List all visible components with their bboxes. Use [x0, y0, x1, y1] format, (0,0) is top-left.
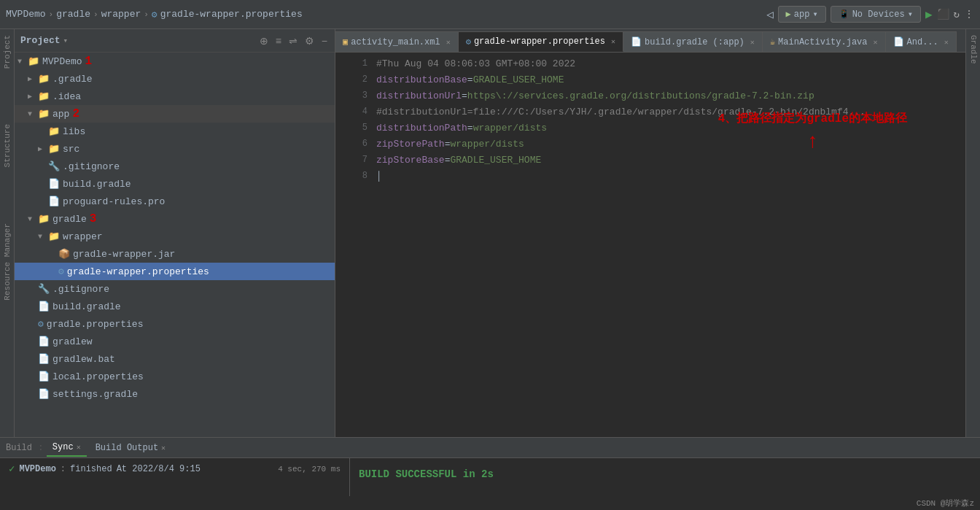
run-icon[interactable]: ▶ — [925, 7, 933, 22]
panel-dropdown-icon[interactable]: ▾ — [63, 36, 69, 45]
tree-label: MVPDemo — [42, 56, 82, 67]
gradle-right-label[interactable]: Gradle — [969, 35, 978, 64]
bottom-panel: Build : Sync ✕ Build Output ✕ ✓ MVPDemo … — [0, 437, 980, 510]
close-panel-btn[interactable]: − — [320, 34, 329, 48]
file-tree: ▼ 📁 MVPDemo 1 ▶ 📁 .gradle ▶ 📁 .idea — [15, 53, 335, 437]
tab-close-4[interactable]: ✕ — [944, 38, 949, 47]
status-project: MVPDemo — [19, 464, 55, 474]
tree-label: gradle-wrapper.properties — [67, 266, 209, 277]
bottom-tabs: Build : Sync ✕ Build Output ✕ — [0, 438, 980, 458]
breadcrumb-mvpdemo[interactable]: MVPDemo — [6, 9, 46, 20]
tree-item-gradle-dir[interactable]: ▼ 📁 gradle 3 — [15, 210, 335, 228]
expand-arrow: ▼ — [38, 233, 48, 241]
breadcrumb-gradle[interactable]: gradle — [56, 9, 90, 20]
bottom-tab-sync[interactable]: Sync ✕ — [47, 439, 87, 457]
right-sidebar: Gradle — [965, 29, 980, 437]
collapse-all-btn[interactable]: ≡ — [274, 34, 283, 48]
left-sidebar: Project Structure Resource Manager — [0, 29, 15, 437]
gradle-tab-icon: 📄 — [631, 36, 642, 47]
tab-mainactivity[interactable]: ☕ MainActivity.java ✕ — [763, 31, 886, 52]
panel-title: Project ▾ — [20, 35, 68, 46]
back-icon[interactable]: ◁ — [766, 7, 774, 22]
xml-icon: ▣ — [343, 36, 348, 47]
tree-item-gitignore-app[interactable]: 🔧 .gitignore — [15, 158, 335, 175]
more-icon[interactable]: ⋮ — [964, 8, 974, 20]
tab-close-1[interactable]: ✕ — [611, 37, 615, 46]
sync-icon[interactable]: ↻ — [954, 8, 960, 20]
folder-icon: 📁 — [48, 143, 60, 155]
sync-tab-close[interactable]: ✕ — [77, 443, 81, 452]
code-line-5: 5 distributionPath=wrapper/dists — [335, 120, 965, 136]
tree-item-build-gradle-app[interactable]: 📄 build.gradle — [15, 175, 335, 193]
bat-icon: 📄 — [38, 353, 50, 365]
tab-other[interactable]: 📄 And... ✕ — [886, 31, 957, 52]
settings-btn[interactable]: ⚙ — [303, 34, 316, 48]
structure-sidebar-label[interactable]: Structure — [3, 121, 12, 170]
tree-item-proguard[interactable]: 📄 proguard-rules.pro — [15, 193, 335, 210]
tree-item-idea[interactable]: ▶ 📁 .idea — [15, 88, 335, 105]
tab-build-gradle-app[interactable]: 📄 build.gradle (:app) ✕ — [623, 31, 763, 52]
tree-label: local.properties — [52, 371, 144, 382]
jar-icon: 📦 — [58, 248, 70, 260]
tree-item-gradlew-bat[interactable]: 📄 gradlew.bat — [15, 350, 335, 368]
expand-arrow: ▼ — [18, 58, 28, 66]
device-icon: 📱 — [839, 9, 849, 20]
java-tab-icon: ☕ — [770, 36, 775, 47]
tree-item-mvpdemo[interactable]: ▼ 📁 MVPDemo 1 — [15, 53, 335, 70]
debug-icon[interactable]: ⬛ — [937, 8, 949, 20]
tree-item-app[interactable]: ▼ 📁 app 2 — [15, 105, 335, 123]
tree-item-wrapper-props[interactable]: ⚙ gradle-wrapper.properties — [15, 263, 335, 280]
code-line-1: 1 #Thu Aug 04 08:06:03 GMT+08:00 2022 — [335, 55, 965, 72]
code-line-6: 6 zipStorePath=wrapper/dists — [335, 136, 965, 152]
tree-label: app — [52, 109, 69, 120]
build-output-close[interactable]: ✕ — [161, 444, 166, 452]
panel-header: Project ▾ ⊕ ≡ ⇌ ⚙ − — [15, 29, 335, 53]
tree-label: proguard-rules.pro — [63, 196, 165, 207]
bottom-label-build: Build — [6, 443, 32, 453]
tree-label: .gradle — [52, 74, 93, 85]
tree-item-settings-gradle[interactable]: 📄 settings.gradle — [15, 385, 335, 403]
status-line: ✓ MVPDemo : finished At 2022/8/4 9:15 4 … — [9, 463, 341, 475]
tab-gradle-wrapper-props[interactable]: ⚙ gradle-wrapper.properties ✕ — [459, 31, 623, 52]
code-line-3: 3 distributionUrl=https\://services.grad… — [335, 88, 965, 104]
tab-close-3[interactable]: ✕ — [874, 38, 878, 47]
locate-file-btn[interactable]: ⊕ — [258, 34, 270, 48]
tree-item-wrapper-dir[interactable]: ▼ 📁 wrapper — [15, 228, 335, 245]
expand-all-btn[interactable]: ⇌ — [287, 34, 299, 48]
tree-item-gradlew[interactable]: 📄 gradlew — [15, 333, 335, 350]
folder-icon: 📁 — [38, 73, 50, 85]
breadcrumb-file[interactable]: ⚙ gradle-wrapper.properties — [152, 9, 303, 20]
folder-icon: 📁 — [48, 125, 60, 137]
no-devices-button[interactable]: 📱 No Devices ▾ — [831, 6, 921, 23]
bottom-content: ✓ MVPDemo : finished At 2022/8/4 9:15 4 … — [0, 458, 980, 496]
folder-icon: 📁 — [28, 55, 39, 67]
tree-item-libs[interactable]: 📁 libs — [15, 123, 335, 140]
editor-area: ▣ activity_main.xml ✕ ⚙ gradle-wrapper.p… — [335, 29, 965, 437]
bottom-tab-build-output[interactable]: Build Output ✕ — [90, 439, 171, 457]
tree-label: src — [63, 144, 79, 155]
tree-item-wrapper-jar[interactable]: 📦 gradle-wrapper.jar — [15, 245, 335, 263]
tree-label: gradlew.bat — [52, 354, 115, 365]
tree-item-gradle-hidden[interactable]: ▶ 📁 .gradle — [15, 70, 335, 88]
tree-item-gitignore-root[interactable]: 🔧 .gitignore — [15, 280, 335, 298]
gradle-icon2: 📄 — [38, 301, 50, 312]
tab-activity-main[interactable]: ▣ activity_main.xml ✕ — [335, 31, 459, 52]
project-sidebar-label[interactable]: Project — [3, 32, 12, 72]
code-area[interactable]: 1 #Thu Aug 04 08:06:03 GMT+08:00 2022 2 … — [335, 53, 965, 437]
status-time: At 2022/8/4 9:15 — [117, 464, 201, 474]
tab-close-2[interactable]: ✕ — [750, 38, 755, 47]
run-config-button[interactable]: ▶ app ▾ — [778, 6, 826, 23]
tree-item-gradle-props[interactable]: ⚙ gradle.properties — [15, 315, 335, 333]
expand-arrow: ▶ — [28, 74, 38, 83]
tree-item-local-props[interactable]: 📄 local.properties — [15, 368, 335, 385]
breadcrumb-wrapper[interactable]: wrapper — [101, 9, 141, 20]
code-line-8: 8 │ — [335, 168, 965, 184]
pro-icon: 📄 — [48, 196, 60, 207]
resource-manager-label[interactable]: Resource Manager — [3, 220, 12, 304]
tree-item-build-gradle-root[interactable]: 📄 build.gradle — [15, 298, 335, 315]
annotation-1: 1 — [85, 55, 93, 68]
tab-close-0[interactable]: ✕ — [446, 38, 451, 47]
tree-item-src[interactable]: ▶ 📁 src — [15, 140, 335, 158]
top-right-actions: ◁ ▶ app ▾ 📱 No Devices ▾ ▶ ⬛ ↻ ⋮ — [766, 6, 974, 23]
code-line-2: 2 distributionBase=GRADLE_USER_HOME — [335, 72, 965, 88]
